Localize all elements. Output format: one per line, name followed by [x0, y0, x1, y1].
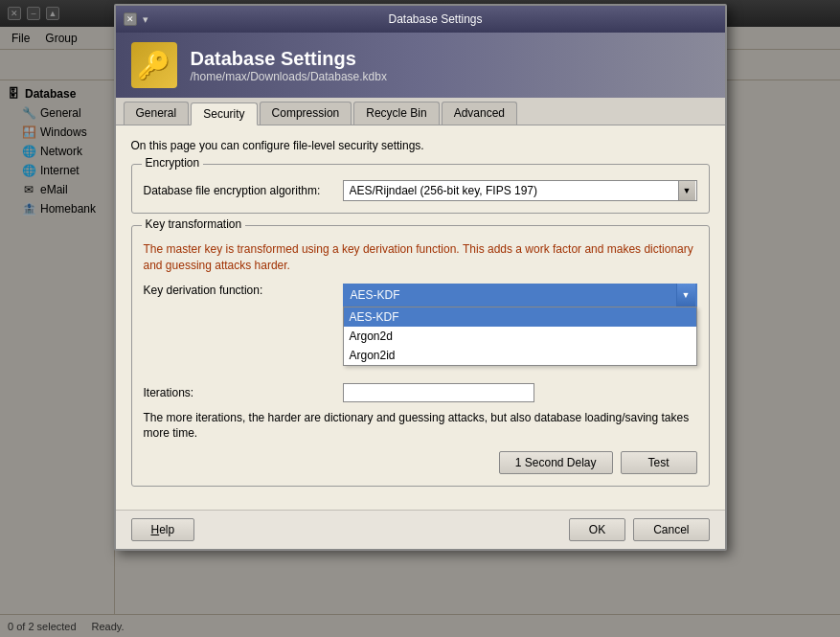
- kdf-dropdown-wrapper: AES-KDF ▼ AES-KDF Argon2d Argon2id: [343, 284, 697, 307]
- dialog-close-btn[interactable]: ✕: [124, 12, 137, 26]
- iterations-field: [343, 383, 534, 402]
- key-transform-desc: The master key is transformed using a ke…: [144, 241, 697, 274]
- dialog-footer: Help OK Cancel: [116, 510, 725, 549]
- dialog-chevron-icon: ▾: [143, 13, 148, 26]
- tab-advanced[interactable]: Advanced: [442, 102, 517, 125]
- encryption-select-wrapper: AES/Rijndael (256-bit key, FIPS 197)ChaC…: [343, 180, 697, 201]
- kdf-option-argon2d[interactable]: Argon2d: [344, 327, 696, 346]
- key-transform-bottom-note: The more iterations, the harder are dict…: [144, 410, 697, 443]
- cancel-button[interactable]: Cancel: [633, 518, 709, 541]
- kdf-dropdown-arrow-icon[interactable]: ▼: [676, 284, 695, 307]
- database-settings-dialog: ✕ ▾ Database Settings 🔑 Database Setting…: [114, 4, 727, 551]
- kdf-dropdown-list: AES-KDF Argon2d Argon2id: [343, 307, 697, 366]
- dialog-header-title: Database Settings: [191, 48, 387, 70]
- iterations-label: Iterations:: [144, 386, 335, 399]
- kdf-label: Key derivation function:: [144, 284, 335, 297]
- delay-button[interactable]: 1 Second Delay: [499, 451, 613, 474]
- dialog-titlebar: ✕ ▾ Database Settings: [116, 6, 725, 33]
- key-transform-group: Key transformation The master key is tra…: [131, 225, 710, 487]
- tab-compression[interactable]: Compression: [260, 102, 352, 125]
- tab-recycle-bin[interactable]: Recycle Bin: [353, 102, 439, 125]
- ok-button[interactable]: OK: [569, 518, 625, 541]
- iterations-field-row: Iterations:: [144, 383, 697, 402]
- kdf-option-aes[interactable]: AES-KDF: [344, 307, 696, 327]
- kdf-selected-display[interactable]: AES-KDF: [343, 284, 697, 307]
- dialog-title: Database Settings: [154, 12, 717, 26]
- test-button[interactable]: Test: [621, 451, 697, 474]
- key-transform-actions: 1 Second Delay Test: [144, 451, 697, 474]
- help-button[interactable]: Help: [131, 518, 195, 541]
- encryption-field-row: Database file encryption algorithm: AES/…: [144, 180, 697, 201]
- dialog-tabs: General Security Compression Recycle Bin…: [116, 98, 725, 125]
- dialog-overlay: ✕ ▾ Database Settings 🔑 Database Setting…: [0, 0, 840, 637]
- kdf-option-argon2id[interactable]: Argon2id: [344, 346, 696, 365]
- dialog-header-path: /home/max/Downloads/Database.kdbx: [191, 70, 387, 83]
- tab-general[interactable]: General: [124, 102, 190, 125]
- security-info-text: On this page you can configure file-leve…: [131, 139, 710, 152]
- encryption-label: Database file encryption algorithm:: [144, 184, 335, 197]
- database-header-icon: 🔑: [131, 42, 177, 88]
- dialog-header: 🔑 Database Settings /home/max/Downloads/…: [116, 33, 725, 98]
- tab-security[interactable]: Security: [191, 102, 257, 125]
- encryption-group: Encryption Database file encryption algo…: [131, 164, 710, 214]
- dialog-content: On this page you can configure file-leve…: [116, 125, 725, 510]
- key-transform-title: Key transformation: [142, 217, 246, 231]
- iterations-input[interactable]: [343, 383, 534, 402]
- footer-right: OK Cancel: [569, 518, 710, 541]
- encryption-algorithm-select[interactable]: AES/Rijndael (256-bit key, FIPS 197)ChaC…: [343, 180, 697, 201]
- encryption-group-title: Encryption: [142, 156, 204, 170]
- kdf-field-row: Key derivation function: AES-KDF ▼ AES-K…: [144, 284, 697, 307]
